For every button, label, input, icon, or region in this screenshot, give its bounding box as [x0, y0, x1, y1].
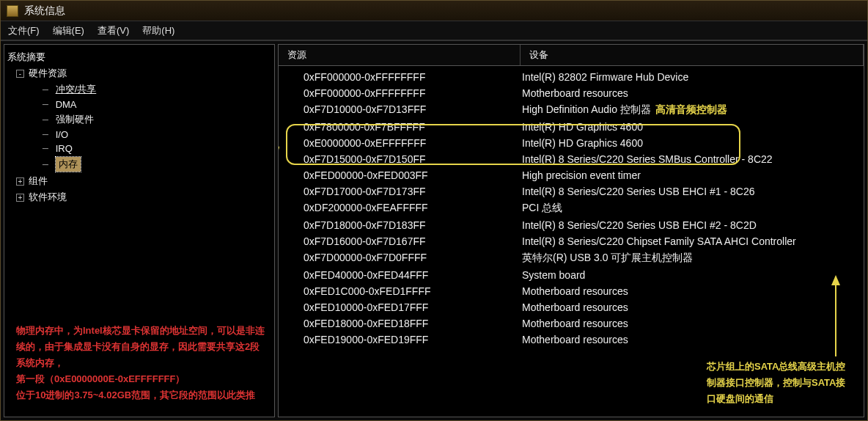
- cell-resource: 0xFED19000-0xFED19FFF: [279, 334, 521, 345]
- cell-device: System board: [521, 269, 864, 281]
- cell-device: High precision event timer: [521, 169, 864, 181]
- table-row[interactable]: 0xFED40000-0xFED44FFFSystem board: [279, 267, 864, 283]
- cell-device: Intel(R) 8 Series/C220 Series USB EHCI #…: [521, 219, 864, 231]
- collapse-icon[interactable]: -: [16, 70, 24, 78]
- tree-item-2[interactable]: ─ DMA: [43, 98, 271, 111]
- menu-file[interactable]: 文件(F): [8, 24, 40, 37]
- expand-icon[interactable]: +: [16, 177, 24, 186]
- cell-device: Intel(R) HD Graphics 4600: [521, 137, 864, 149]
- tree-label: 组件: [29, 175, 48, 188]
- tree-item-4[interactable]: ─ I/O: [43, 128, 271, 142]
- annotation-memory-note: 物理内存中，为Intel核芯显卡保留的地址空间，可以是非连续的，由于集成显卡没有…: [16, 323, 265, 403]
- cell-device: Motherboard resources: [521, 301, 864, 313]
- table-row[interactable]: 0xDF200000-0xFEAFFFFFPCI 总线: [279, 199, 864, 217]
- table-row[interactable]: 0xFED10000-0xFED17FFFMotherboard resourc…: [279, 299, 864, 315]
- table-row[interactable]: 0xF7D16000-0xF7D167FFIntel(R) 8 Series/C…: [279, 233, 864, 249]
- tree-label: DMA: [56, 99, 77, 110]
- resource-table-panel: 资源 设备 0xFF000000-0xFFFFFFFFIntel(R) 8280…: [278, 44, 864, 417]
- cell-resource: 0xFED40000-0xFED44FFF: [279, 269, 521, 281]
- tree-label: 软件环境: [29, 191, 67, 204]
- table-row[interactable]: 0xFF000000-0xFFFFFFFFIntel(R) 82802 Firm…: [279, 69, 864, 85]
- table-row[interactable]: 0xE0000000-0xEFFFFFFFIntel(R) HD Graphic…: [279, 135, 864, 151]
- cell-resource: 0xFED1C000-0xFED1FFFF: [279, 285, 521, 297]
- menu-help[interactable]: 帮助(H): [142, 24, 174, 37]
- cell-device: PCI 总线: [521, 202, 864, 215]
- cell-device: Intel(R) 8 Series/C220 Series SMBus Cont…: [521, 153, 864, 165]
- tree-item-8[interactable]: +软件环境: [16, 189, 271, 205]
- cell-resource: 0xF7800000-0xF7BFFFFF: [279, 121, 521, 133]
- annotation-inline: 高清音频控制器: [655, 103, 727, 115]
- annotation-sata-note: 芯片组上的SATA总线高级主机控制器接口控制器，控制与SATA接口硬盘间的通信: [707, 359, 853, 407]
- cell-device: Motherboard resources: [521, 285, 864, 297]
- window-title: 系统信息: [24, 4, 65, 18]
- menubar: 文件(F) 编辑(E) 查看(V) 帮助(H): [1, 21, 867, 40]
- expand-icon[interactable]: +: [16, 194, 24, 202]
- table-row[interactable]: 0xFED00000-0xFED003FFHigh precision even…: [279, 167, 864, 183]
- cell-resource: 0xE0000000-0xEFFFFFFF: [279, 137, 521, 149]
- menu-view[interactable]: 查看(V): [98, 24, 129, 37]
- table-row[interactable]: 0xFED1C000-0xFED1FFFFMotherboard resourc…: [279, 283, 864, 299]
- table-row[interactable]: 0xFED19000-0xFED19FFFMotherboard resourc…: [279, 332, 864, 348]
- cell-resource: 0xF7D18000-0xF7D183FF: [279, 219, 521, 231]
- system-info-window: 系统信息 文件(F) 编辑(E) 查看(V) 帮助(H) 系统摘要 -硬件资源─…: [0, 0, 868, 421]
- table-body: 0xFF000000-0xFFFFFFFFIntel(R) 82802 Firm…: [279, 66, 864, 351]
- cell-resource: 0xF7D17000-0xF7D173FF: [279, 186, 521, 197]
- tree-item-1[interactable]: ─ 冲突/共享: [43, 81, 271, 98]
- table-row[interactable]: 0xF7D18000-0xF7D183FFIntel(R) 8 Series/C…: [279, 217, 864, 233]
- tree-item-7[interactable]: +组件: [16, 173, 271, 189]
- content-area: 系统摘要 -硬件资源─ 冲突/共享─ DMA─ 强制硬件─ I/O─ IRQ─ …: [1, 40, 867, 420]
- table-row[interactable]: 0xF7D17000-0xF7D173FFIntel(R) 8 Series/C…: [279, 183, 864, 199]
- table-row[interactable]: 0xF7D10000-0xF7D13FFFHigh Definition Aud…: [279, 101, 864, 119]
- cell-device: Motherboard resources: [521, 334, 864, 345]
- app-icon: [7, 5, 18, 17]
- table-row[interactable]: 0xFED18000-0xFED18FFFMotherboard resourc…: [279, 315, 864, 332]
- cell-resource: 0xFF000000-0xFFFFFFFF: [279, 71, 521, 83]
- cell-device: 英特尔(R) USB 3.0 可扩展主机控制器: [521, 252, 864, 265]
- table-row[interactable]: 0xFF000000-0xFFFFFFFFMotherboard resourc…: [279, 85, 864, 101]
- cell-resource: 0xF7D00000-0xF7D0FFFF: [279, 252, 521, 265]
- cell-resource: 0xF7D10000-0xF7D13FFF: [279, 103, 521, 117]
- col-header-device[interactable]: 设备: [521, 45, 864, 65]
- tree-label: I/O: [56, 129, 68, 140]
- tree-item-6[interactable]: ─ 内存: [43, 155, 271, 173]
- tree-label: 强制硬件: [56, 113, 94, 126]
- tree-item-0[interactable]: -硬件资源: [16, 65, 271, 81]
- titlebar[interactable]: 系统信息: [1, 1, 867, 21]
- table-row[interactable]: 0xF7D00000-0xF7D0FFFF英特尔(R) USB 3.0 可扩展主…: [279, 249, 864, 267]
- cell-device: High Definition Audio 控制器高清音频控制器: [521, 103, 864, 117]
- tree-item-5[interactable]: ─ IRQ: [43, 142, 271, 155]
- cell-resource: 0xFED18000-0xFED18FFF: [279, 318, 521, 329]
- menu-edit[interactable]: 编辑(E): [53, 24, 84, 37]
- cell-device: Intel(R) HD Graphics 4600: [521, 121, 864, 133]
- tree-root[interactable]: 系统摘要: [7, 49, 271, 65]
- cell-resource: 0xFED10000-0xFED17FFF: [279, 301, 521, 313]
- tree-panel: 系统摘要 -硬件资源─ 冲突/共享─ DMA─ 强制硬件─ I/O─ IRQ─ …: [4, 44, 275, 417]
- cell-device: Motherboard resources: [521, 318, 864, 329]
- tree-item-3[interactable]: ─ 强制硬件: [43, 111, 271, 128]
- tree-label: 内存: [56, 157, 81, 172]
- cell-device: Intel(R) 82802 Firmware Hub Device: [521, 71, 864, 83]
- cell-device: Motherboard resources: [521, 87, 864, 99]
- cell-resource: 0xDF200000-0xFEAFFFFF: [279, 202, 521, 215]
- tree-label: 硬件资源: [29, 67, 67, 80]
- col-header-resource[interactable]: 资源: [279, 45, 521, 65]
- cell-device: Intel(R) 8 Series/C220 Series USB EHCI #…: [521, 186, 864, 197]
- cell-device: Intel(R) 8 Series/C220 Chipset Family SA…: [521, 235, 864, 247]
- cell-resource: 0xF7D16000-0xF7D167FF: [279, 235, 521, 247]
- tree-label: 冲突/共享: [56, 83, 97, 96]
- table-row[interactable]: 0xF7D15000-0xF7D150FFIntel(R) 8 Series/C…: [279, 151, 864, 167]
- table-row[interactable]: 0xF7800000-0xF7BFFFFFIntel(R) HD Graphic…: [279, 119, 864, 135]
- cell-resource: 0xF7D15000-0xF7D150FF: [279, 153, 521, 165]
- table-header: 资源 设备: [279, 45, 864, 66]
- cell-resource: 0xFF000000-0xFFFFFFFF: [279, 87, 521, 99]
- cell-resource: 0xFED00000-0xFED003FF: [279, 169, 521, 181]
- tree-label: IRQ: [56, 143, 73, 154]
